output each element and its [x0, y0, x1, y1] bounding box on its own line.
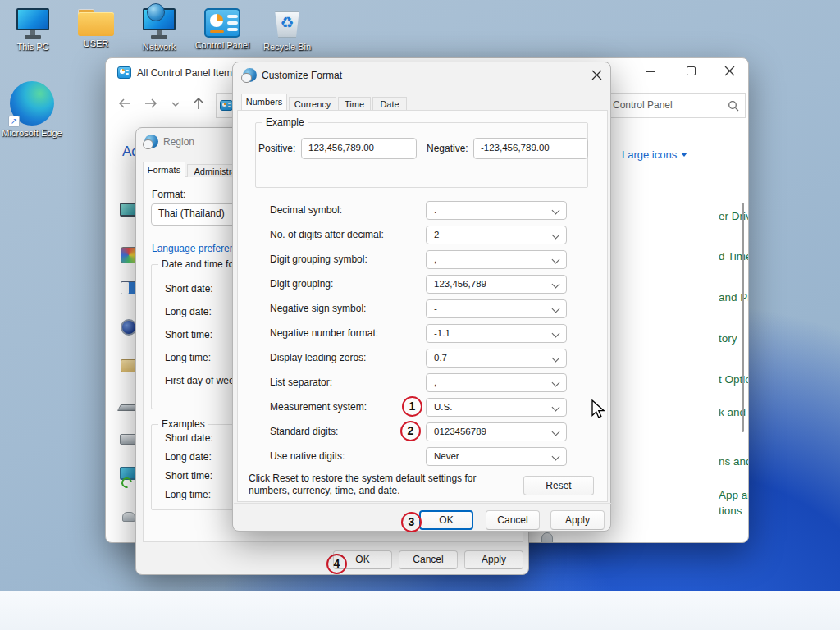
search-value: Control Panel	[613, 99, 673, 111]
measurement-system-dropdown[interactable]: U.S.	[426, 398, 567, 417]
digit-grouping-symbol-dropdown[interactable]: ,	[426, 250, 567, 269]
minimize-icon	[646, 71, 655, 72]
ease-of-access-icon	[121, 281, 137, 294]
desktop-icon-user-folder[interactable]: USER	[66, 7, 126, 49]
example-short-time-label: Short time:	[165, 470, 212, 482]
speech-recognition-icon	[541, 532, 553, 543]
tab-numbers[interactable]: Numbers	[241, 94, 287, 110]
field-label: List separator:	[270, 377, 332, 388]
window-title: All Control Panel Items	[137, 67, 237, 79]
back-button[interactable]	[117, 96, 132, 111]
maximize-icon	[687, 66, 696, 75]
cp-item-link[interactable]: and Printers	[719, 291, 749, 304]
cp-item-link[interactable]: App and Desktop	[719, 489, 749, 501]
field-row-decimal-symbol: Decimal symbol: .	[233, 201, 612, 220]
cp-item-link[interactable]: t Options	[719, 373, 749, 386]
tab-time[interactable]: Time	[338, 97, 371, 110]
taskbar: Search	[0, 591, 840, 630]
field-label: Measurement system:	[270, 401, 367, 413]
maximize-button[interactable]	[679, 62, 704, 81]
cp-item-link[interactable]: tory	[719, 332, 737, 345]
forward-button[interactable]	[144, 96, 158, 111]
annotation-step-2: 2	[400, 421, 421, 441]
annotation-step-3: 3	[401, 512, 422, 532]
list-separator-dropdown[interactable]: ,	[426, 373, 567, 392]
mouse-cursor	[591, 399, 607, 421]
decimal-symbol-dropdown[interactable]: .	[426, 201, 567, 220]
field-row-display-leading-zeros: Display leading zeros: 0.7	[233, 349, 612, 368]
use-native-digits-dropdown[interactable]: Never	[426, 447, 567, 466]
annotation-step-1: 1	[402, 396, 422, 417]
tab-currency[interactable]: Currency	[289, 97, 336, 110]
cp-item-link[interactable]: er Drive Encryption	[719, 210, 749, 222]
desktop-icon-control-panel[interactable]: Control Panel	[192, 8, 253, 51]
customize-format-dialog: Customize Format Numbers Currency Time D…	[232, 62, 611, 532]
close-icon	[591, 70, 602, 80]
desktop-icon-label: Recycle Bin	[257, 42, 317, 52]
negative-number-format-dropdown[interactable]: -1.1	[426, 324, 567, 343]
desktop-icon-label: This PC	[2, 42, 63, 52]
first-day-of-week-label: First day of week:	[165, 375, 242, 386]
up-button[interactable]	[191, 96, 206, 111]
desktop-icon-label: Network	[129, 42, 189, 52]
example-long-time-label: Long time:	[165, 489, 211, 500]
desktop-icon-microsoft-edge[interactable]: ↗ Microsoft Edge	[2, 81, 62, 139]
customize-format-dialog-icon	[243, 68, 257, 82]
close-button[interactable]	[718, 62, 742, 81]
control-panel-search-input[interactable]: Control Panel	[605, 93, 746, 118]
cp-item-link[interactable]: k and Sharing	[719, 406, 749, 418]
format-label: Format:	[152, 189, 185, 200]
customize-ok-button[interactable]: OK	[419, 510, 473, 530]
cp-item-link[interactable]: ns and Features	[719, 455, 749, 468]
view-mode-dropdown[interactable]: Large icons	[622, 148, 677, 161]
digit-grouping-dropdown[interactable]: 123,456,789	[426, 275, 567, 294]
negative-sign-symbol-dropdown[interactable]: -	[426, 299, 567, 318]
scrollbar[interactable]	[742, 203, 744, 432]
field-row-list-separator: List separator: ,	[233, 373, 612, 392]
desktop-icon-this-pc[interactable]: This PC	[2, 7, 63, 52]
negative-value: -123,456,789.00	[481, 143, 550, 153]
field-row-digit-grouping: Digit grouping: 123,456,789	[233, 275, 612, 294]
positive-example-field: 123,456,789.00	[301, 138, 417, 159]
customize-apply-button[interactable]: Apply	[550, 510, 605, 530]
recycle-bin-icon: ♻	[271, 7, 304, 39]
desktop-icon-recycle-bin[interactable]: ♻ Recycle Bin	[257, 7, 317, 52]
close-icon	[724, 66, 735, 76]
example-short-date-label: Short date:	[165, 432, 213, 444]
media-wheel-icon	[121, 319, 137, 336]
standard-digits-dropdown[interactable]: 0123456789	[426, 422, 567, 441]
field-label: Digit grouping symbol:	[270, 253, 368, 265]
minimize-button[interactable]	[639, 62, 664, 81]
desktop-icon-label: USER	[66, 39, 126, 49]
field-label: Decimal symbol:	[270, 204, 342, 216]
control-panel-window-icon	[117, 66, 131, 79]
positive-label: Positive:	[258, 143, 295, 154]
short-date-label: Short date:	[165, 283, 213, 294]
region-apply-button[interactable]: Apply	[464, 550, 523, 569]
desktop-icon-network[interactable]: Network	[129, 7, 189, 52]
region-cancel-button[interactable]: Cancel	[399, 550, 458, 569]
field-label: Use native digits:	[270, 450, 345, 462]
arrow-right-icon	[144, 96, 158, 111]
long-date-label: Long date:	[165, 306, 212, 317]
tab-date[interactable]: Date	[372, 97, 407, 110]
desktop-icon-label: Microsoft Edge	[2, 128, 62, 139]
cp-item-link[interactable]: d Time	[719, 250, 749, 262]
control-panel-icon	[204, 8, 240, 38]
customize-cancel-button[interactable]: Cancel	[486, 510, 540, 530]
tab-formats[interactable]: Formats	[143, 162, 185, 177]
cp-item-link[interactable]: tions	[719, 504, 742, 517]
field-row-standard-digits: Standard digits: 0123456789	[233, 422, 612, 441]
examples-legend: Examples	[158, 418, 208, 430]
recent-pages-button[interactable]	[170, 98, 185, 113]
shortcut-arrow-icon: ↗	[8, 116, 20, 127]
digits-after-decimal-dropdown[interactable]: 2	[426, 226, 567, 244]
dialog-close-button[interactable]	[584, 65, 609, 84]
region-dialog-icon	[144, 135, 158, 148]
reset-button[interactable]: Reset	[523, 476, 594, 495]
field-row-measurement-system: Measurement system: U.S.	[233, 398, 612, 417]
address-bar-icon	[220, 100, 233, 111]
display-leading-zeros-dropdown[interactable]: 0.7	[426, 349, 567, 368]
button-separator	[234, 503, 611, 504]
folder-icon	[76, 7, 116, 38]
